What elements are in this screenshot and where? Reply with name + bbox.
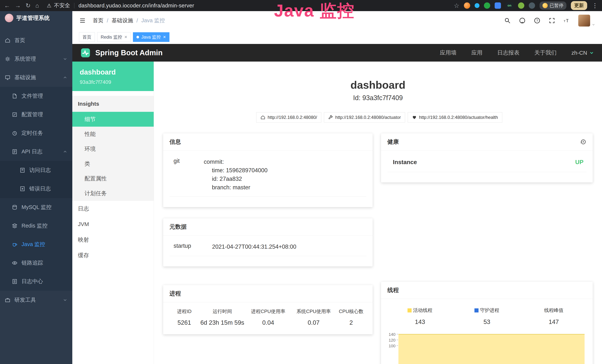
- chevron-down-icon: [63, 298, 67, 302]
- profile-emoji-icon: [542, 3, 548, 8]
- spring-boot-admin-logo[interactable]: [80, 47, 91, 58]
- sidebar-item-label: 日志中心: [22, 278, 43, 285]
- sidebar-item-infrastructure[interactable]: 基础设施: [0, 68, 72, 87]
- actuator-url-link[interactable]: http://192.168.0.2:48080/actuator: [324, 112, 405, 123]
- sidebar-item-label: API 日志: [22, 148, 43, 155]
- sidebar-item-system[interactable]: 系统管理: [0, 50, 72, 68]
- process-card: 进程 进程ID 5261 运行时间 6d 23h 15m 59s 进程CPU使用…: [163, 285, 373, 334]
- close-icon[interactable]: ×: [124, 34, 127, 40]
- instance-tab-metrics[interactable]: 性能: [72, 127, 154, 141]
- back-button[interactable]: ←: [4, 3, 10, 9]
- sidebar-item-dev-tools[interactable]: 研发工具: [0, 291, 72, 309]
- tab-java-monitor[interactable]: Java 监控 ×: [133, 32, 170, 42]
- sba-nav-journal[interactable]: 日志报表: [497, 49, 519, 57]
- health-card-title: 健康: [387, 138, 399, 146]
- legend-label: 活动线程: [413, 307, 432, 314]
- service-url-link[interactable]: http://192.168.0.2:48080/: [256, 112, 321, 123]
- instance-sidebar: dashboard 93a3fc7f7409 Insights 细节 性能 环境…: [72, 62, 154, 364]
- process-value: 5261: [170, 319, 199, 326]
- profile-paused-chip[interactable]: 已暂停: [539, 1, 566, 10]
- extension-icon-green[interactable]: [484, 2, 490, 9]
- sba-brand[interactable]: Spring Boot Admin: [95, 49, 163, 57]
- instance-tab-caches[interactable]: 缓存: [72, 247, 154, 263]
- extension-icon-grid[interactable]: [495, 2, 501, 9]
- sba-nav-applications[interactable]: 应用: [471, 49, 483, 57]
- breadcrumb-separator: /: [107, 18, 108, 24]
- legend-value: 53: [453, 318, 520, 325]
- sidebar-item-home[interactable]: 首页: [0, 31, 72, 50]
- sba-nav-wallboard[interactable]: 应用墙: [440, 49, 456, 57]
- user-menu[interactable]: [578, 15, 595, 27]
- sidebar-item-link-tracing[interactable]: 链路追踪: [0, 254, 72, 272]
- chrome-update-button[interactable]: 更新: [571, 1, 587, 10]
- extension-on-badge[interactable]: on: [505, 2, 514, 9]
- health-instance-label: Instance: [389, 159, 417, 166]
- sidebar-item-config-management[interactable]: 配置管理: [0, 105, 72, 124]
- sidebar-item-label: Redis 监控: [22, 222, 47, 230]
- sidebar-item-file-management[interactable]: 文件管理: [0, 87, 72, 105]
- home-button[interactable]: ⌂: [35, 3, 39, 9]
- paused-label: 已暂停: [549, 2, 563, 9]
- sidebar-item-api-logs[interactable]: API 日志: [0, 142, 72, 161]
- gear-icon: [5, 56, 10, 62]
- breadcrumb-home[interactable]: 首页: [93, 17, 103, 24]
- search-icon[interactable]: [504, 17, 511, 24]
- threads-chart-plot: [398, 332, 586, 364]
- sidebar-item-redis-monitor[interactable]: Redis 监控: [0, 217, 72, 235]
- sidebar-item-scheduled-tasks[interactable]: 定时任务: [0, 124, 72, 142]
- help-icon[interactable]: ?: [534, 17, 540, 24]
- instance-tab-details[interactable]: 细节: [72, 112, 154, 127]
- extension-icon-drop[interactable]: [475, 3, 479, 8]
- breadcrumb-infrastructure[interactable]: 基础设施: [112, 17, 133, 24]
- address-bar[interactable]: ⚠ 不安全 dashboard.yudao.iocoder.cn/infra/a…: [47, 2, 194, 9]
- tab-redis-monitor[interactable]: Redis 监控 ×: [97, 32, 131, 42]
- info-line: id: 27aa832: [204, 175, 366, 183]
- instance-tab-environment[interactable]: 环境: [72, 141, 154, 156]
- font-size-icon[interactable]: TT: [563, 17, 570, 24]
- home-icon: [260, 115, 265, 120]
- sidebar-item-java-monitor[interactable]: Java 监控: [0, 235, 72, 254]
- sidebar-item-log-center[interactable]: 日志中心: [0, 272, 72, 291]
- info-key: git: [170, 158, 204, 192]
- process-value: 0.04: [246, 319, 291, 326]
- extension-icon-orange[interactable]: [464, 2, 470, 9]
- sba-nav-links: 应用墙 应用 日志报表 关于我们 zh-CN: [440, 49, 594, 57]
- sba-nav-about[interactable]: 关于我们: [534, 49, 557, 57]
- reload-button[interactable]: ↻: [26, 3, 31, 9]
- github-icon[interactable]: [519, 17, 526, 24]
- fullscreen-icon[interactable]: [548, 17, 555, 24]
- history-icon[interactable]: [580, 139, 586, 145]
- health-url-link[interactable]: http://192.168.0.2:48080/actuator/health: [408, 112, 502, 123]
- devtools-icon: [5, 297, 10, 303]
- live-threads-area: [398, 334, 585, 364]
- tab-label: Java 监控: [141, 34, 161, 40]
- extension-icon-dark[interactable]: [529, 2, 535, 9]
- tab-home[interactable]: 首页: [79, 32, 95, 42]
- instance-tab-mappings[interactable]: 映射: [72, 232, 154, 247]
- locale-selector[interactable]: zh-CN: [571, 50, 594, 56]
- hamburger-icon[interactable]: [79, 17, 86, 24]
- java-icon: [12, 242, 17, 247]
- instance-tab-configprops[interactable]: 配置属性: [72, 171, 154, 186]
- close-icon[interactable]: ×: [163, 34, 166, 40]
- header-actions: ? TT: [504, 15, 595, 27]
- wrench-icon: [328, 115, 333, 120]
- security-warning-icon: ⚠: [47, 3, 51, 9]
- instance-tab-logs[interactable]: 日志: [72, 201, 154, 216]
- process-col-header: 运行时间: [199, 308, 246, 315]
- instance-tab-classes[interactable]: 类: [72, 156, 154, 171]
- caret-down-icon: [592, 23, 595, 27]
- browser-menu-icon[interactable]: ⋮: [592, 2, 598, 9]
- forward-button[interactable]: →: [15, 3, 21, 9]
- instance-tab-scheduled-tasks[interactable]: 计划任务: [72, 186, 154, 201]
- app-logo-row[interactable]: 芋道管理系统: [0, 11, 72, 25]
- instance-id: 93a3fc7f7409: [80, 79, 146, 85]
- extension-icon-leaf[interactable]: [518, 2, 524, 9]
- instance-tab-jvm[interactable]: JVM: [72, 216, 154, 232]
- sidebar-item-label: 访问日志: [29, 167, 51, 174]
- bookmark-star-icon[interactable]: ☆: [454, 2, 459, 9]
- sidebar-item-error-logs[interactable]: 错误日志: [0, 180, 72, 198]
- sidebar-item-mysql-monitor[interactable]: MySQL 监控: [0, 198, 72, 217]
- sidebar-item-access-logs[interactable]: 访问日志: [0, 161, 72, 180]
- instance-header[interactable]: dashboard 93a3fc7f7409: [72, 62, 154, 91]
